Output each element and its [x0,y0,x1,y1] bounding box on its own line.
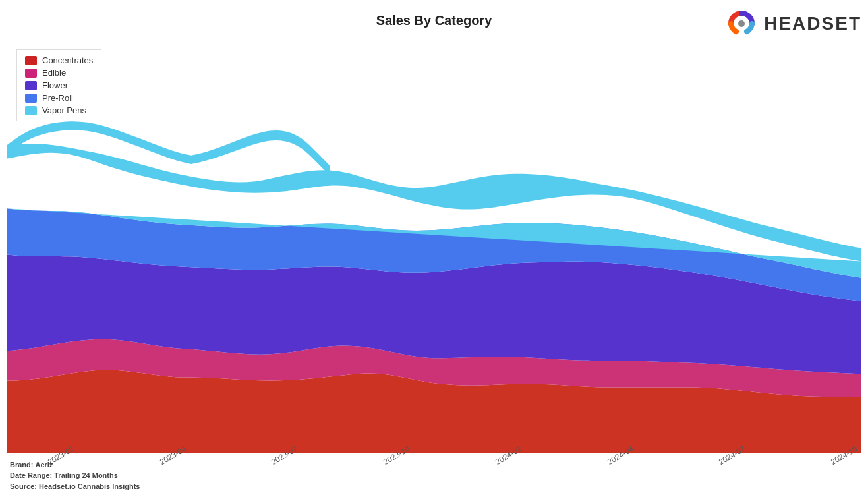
legend-item-concentrates: Concentrates [25,55,93,65]
page-container: HEADSET Sales By Category Concentrates E… [0,0,868,493]
legend-color-edible [25,69,37,78]
header: HEADSET [724,7,861,41]
legend-color-concentrates [25,56,37,65]
meta-source: Source: Headset.io Cannabis Insights [10,481,140,492]
legend-color-preroll [25,94,37,103]
meta-brand: Brand: Aeriz [10,459,140,471]
chart-area [7,43,861,453]
legend-label-preroll: Pre-Roll [42,93,73,103]
logo-text: HEADSET [764,13,861,34]
meta-source-value: Headset.io Cannabis Insights [39,482,140,490]
legend: Concentrates Edible Flower Pre-Roll Vapo… [16,49,101,121]
chart-title: Sales By Category [376,13,492,28]
meta-date-label: Date Range: [10,471,52,479]
meta-brand-label: Brand: [10,461,33,469]
meta-info: Brand: Aeriz Date Range: Trailing 24 Mon… [10,459,140,492]
meta-date-value: Trailing 24 Months [54,471,118,479]
legend-color-vapor-pens [25,106,37,115]
meta-source-label: Source: [10,482,37,490]
legend-item-edible: Edible [25,68,93,78]
chart-svg [7,43,861,453]
legend-item-preroll: Pre-Roll [25,93,93,103]
x-axis-labels: 2023-01 2023-04 2023-07 2023-10 2024-01 … [40,459,858,468]
svg-point-1 [738,20,745,27]
legend-label-flower: Flower [42,80,68,90]
legend-item-vapor-pens: Vapor Pens [25,105,93,115]
legend-item-flower: Flower [25,80,93,90]
legend-label-concentrates: Concentrates [42,55,93,65]
meta-date: Date Range: Trailing 24 Months [10,470,140,481]
legend-label-edible: Edible [42,68,66,78]
legend-label-vapor-pens: Vapor Pens [42,105,86,115]
legend-color-flower [25,81,37,90]
headset-logo-icon [724,7,759,41]
meta-brand-value: Aeriz [36,461,53,469]
